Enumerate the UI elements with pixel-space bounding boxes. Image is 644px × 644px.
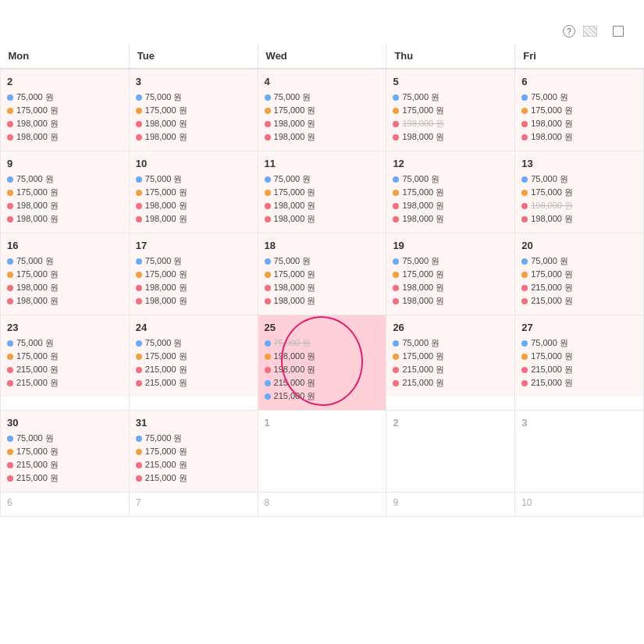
price-dot [136, 436, 142, 442]
calendar-cell[interactable]: 1975,000 원175,000 원198,000 원198,000 원 [386, 233, 515, 315]
price-item: 75,000 원 [265, 173, 380, 185]
price-text: 198,000 원 [145, 131, 187, 143]
calendar-cell[interactable]: 1275,000 원175,000 원198,000 원198,000 원 [386, 151, 515, 233]
calendar-cell[interactable]: 975,000 원175,000 원198,000 원198,000 원 [1, 151, 130, 233]
price-item: 75,000 원 [136, 255, 251, 267]
price-dot [393, 380, 399, 386]
price-item: 215,000 원 [7, 472, 123, 484]
help-icon[interactable]: ? [563, 25, 575, 37]
price-item: 198,000 원 [393, 282, 508, 294]
price-text: 75,000 원 [531, 91, 568, 103]
date-number: 26 [393, 322, 508, 333]
calendar-cell[interactable]: 2475,000 원175,000 원215,000 원215,000 원 [129, 315, 258, 411]
calendar-cell[interactable]: 2675,000 원175,000 원215,000 원215,000 원 [386, 315, 515, 411]
price-item: 215,000 원 [136, 472, 251, 484]
price-dot [136, 272, 142, 278]
calendar-cell[interactable]: 1375,000 원175,000 원198,000 원198,000 원 [515, 151, 644, 233]
calendar-cell[interactable]: 2775,000 원175,000 원215,000 원215,000 원 [515, 315, 644, 411]
header-thu: Thu [386, 44, 515, 69]
calendar-cell[interactable]: 1875,000 원175,000 원198,000 원198,000 원 [258, 233, 386, 315]
price-item: 75,000 원 [521, 255, 637, 267]
header-tue: Tue [129, 44, 258, 69]
price-item: 215,000 원 [521, 364, 637, 375]
price-text: 198,000 원 [16, 131, 59, 143]
date-number: 23 [7, 322, 123, 333]
calendar-cell[interactable]: 2375,000 원175,000 원215,000 원215,000 원 [1, 315, 130, 411]
price-item: 215,000 원 [521, 295, 637, 307]
price-text: 75,000 원 [531, 255, 568, 267]
calendar-cell[interactable]: 3 [515, 411, 644, 493]
price-text: 198,000 원 [274, 364, 316, 375]
price-item: 198,000 원 [393, 131, 508, 143]
price-text: 198,000 원 [16, 213, 59, 225]
price-dot [136, 258, 142, 265]
price-item: 75,000 원 [393, 337, 508, 349]
price-item: 215,000 원 [265, 390, 380, 402]
price-item: 175,000 원 [393, 105, 508, 116]
calendar-cell[interactable]: 3175,000 원175,000 원215,000 원215,000 원 [129, 411, 258, 493]
price-item: 175,000 원 [393, 187, 508, 198]
date-number: 31 [136, 417, 251, 429]
price-item: 198,000 원 [265, 213, 380, 225]
date-number: 1 [265, 417, 380, 429]
bottom-cell: 7 [129, 493, 258, 517]
price-dot [393, 367, 399, 373]
price-text: 215,000 원 [402, 364, 444, 375]
price-text: 75,000 원 [16, 337, 54, 349]
price-item: 75,000 원 [265, 255, 380, 267]
calendar-cell[interactable]: 675,000 원175,000 원198,000 원198,000 원 [515, 69, 644, 151]
price-text: 215,000 원 [531, 377, 573, 389]
date-number: 10 [136, 158, 251, 169]
price-dot [7, 340, 13, 347]
calendar-cell[interactable]: 2575,000 원198,000 원198,000 원215,000 원215… [258, 315, 386, 411]
price-text: 198,000 원 [16, 295, 59, 307]
calendar-cell[interactable]: 1 [258, 411, 386, 493]
price-item: 75,000 원 [265, 91, 380, 103]
price-dot [393, 121, 399, 127]
price-dot [7, 449, 13, 455]
price-text: 75,000 원 [531, 173, 568, 185]
price-item: 198,000 원 [136, 213, 251, 225]
date-number: 3 [521, 417, 637, 429]
price-text: 75,000 원 [16, 432, 54, 444]
calendar-cell[interactable]: 1675,000 원175,000 원198,000 원198,000 원 [1, 233, 130, 315]
price-text: 198,000 원 [402, 200, 444, 212]
date-number: 2 [7, 76, 123, 87]
price-dot [521, 367, 528, 373]
calendar-cell[interactable]: 1175,000 원175,000 원198,000 원198,000 원 [258, 151, 386, 233]
price-text: 198,000 원 [402, 131, 444, 143]
calendar-cell[interactable]: 2 [386, 411, 515, 493]
calendar-cell[interactable]: 275,000 원175,000 원198,000 원198,000 원 [1, 69, 130, 151]
calendar-cell[interactable]: 1075,000 원175,000 원198,000 원198,000 원 [129, 151, 258, 233]
bottom-date-row: 678910 [1, 493, 644, 517]
calendar-cell[interactable]: 575,000 원175,000 원198,000 원198,000 원 [386, 69, 515, 151]
calendar-cell[interactable]: 475,000 원175,000 원198,000 원198,000 원 [258, 69, 386, 151]
price-item: 175,000 원 [521, 269, 637, 280]
price-item: 198,000 원 [521, 118, 637, 130]
price-dot [7, 258, 13, 265]
price-dot [136, 298, 142, 304]
calendar-cell[interactable]: 2075,000 원175,000 원215,000 원215,000 원 [515, 233, 644, 315]
calendar-cell[interactable]: 3075,000 원175,000 원215,000 원215,000 원 [1, 411, 130, 493]
price-item: 75,000 원 [7, 255, 123, 267]
date-number: 3 [136, 76, 251, 87]
price-dot [136, 340, 142, 347]
price-item: 198,000 원 [7, 213, 123, 225]
price-item: 198,000 원 [521, 131, 637, 143]
price-dot [265, 367, 271, 373]
price-text: 175,000 원 [402, 105, 444, 116]
price-text: 175,000 원 [402, 350, 444, 362]
calendar-cell[interactable]: 1775,000 원175,000 원198,000 원198,000 원 [129, 233, 258, 315]
price-text: 175,000 원 [531, 269, 573, 280]
price-text: 75,000 원 [274, 337, 311, 349]
price-text: 215,000 원 [16, 472, 59, 484]
calendar-cell[interactable]: 375,000 원175,000 원198,000 원198,000 원 [129, 69, 258, 151]
price-item: 75,000 원 [7, 173, 123, 185]
price-item: 198,000 원 [7, 295, 123, 307]
price-dot [7, 367, 13, 373]
date-number: 5 [393, 76, 508, 87]
price-dot [7, 436, 13, 442]
price-text: 175,000 원 [274, 269, 316, 280]
price-dot [7, 203, 13, 209]
date-number: 19 [393, 240, 508, 251]
